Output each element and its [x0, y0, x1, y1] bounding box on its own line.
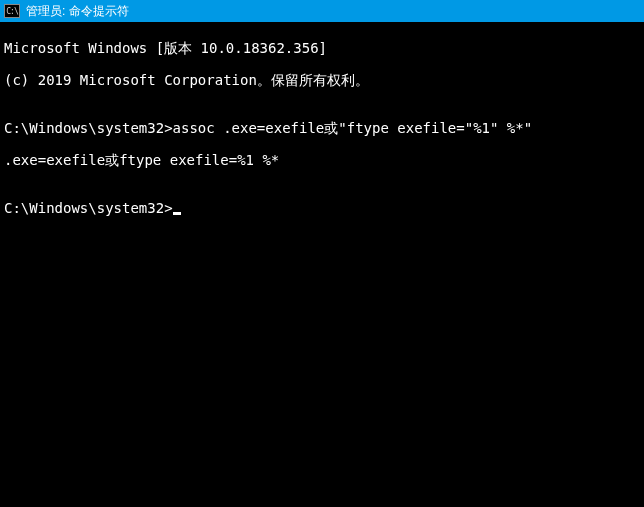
prompt-line: C:\Windows\system32>: [4, 200, 640, 216]
cursor: [173, 212, 181, 215]
terminal-output[interactable]: Microsoft Windows [版本 10.0.18362.356] (c…: [0, 22, 644, 507]
output-line: (c) 2019 Microsoft Corporation。保留所有权利。: [4, 72, 640, 88]
window-titlebar[interactable]: C:\ 管理员: 命令提示符: [0, 0, 644, 22]
window-title: 管理员: 命令提示符: [26, 3, 129, 20]
output-line: .exe=exefile或ftype exefile=%1 %*: [4, 152, 640, 168]
cmd-icon: C:\: [4, 4, 20, 18]
output-line: Microsoft Windows [版本 10.0.18362.356]: [4, 40, 640, 56]
output-line: C:\Windows\system32>assoc .exe=exefile或"…: [4, 120, 640, 136]
